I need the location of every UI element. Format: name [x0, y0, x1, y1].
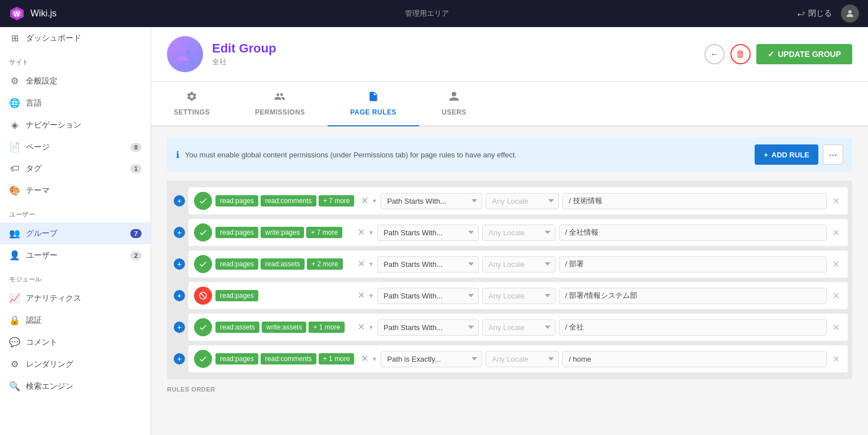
rule-more-tag[interactable]: + 2 more [307, 258, 343, 270]
remove-tags-button[interactable]: ✕ [360, 353, 369, 364]
locale-selector[interactable]: Any Locale [486, 193, 559, 209]
locale-selector[interactable]: Any Locale [482, 319, 556, 336]
rule-tag[interactable]: read:pages [215, 290, 258, 301]
tags-dropdown-button[interactable]: ▾ [372, 196, 377, 206]
rule-status-button[interactable] [194, 318, 212, 336]
path-type-selector[interactable]: Path Starts With...Path is Exactly...Pat… [381, 351, 482, 367]
locale-selector[interactable]: Any Locale [482, 225, 556, 241]
add-before-rule-button[interactable]: + [174, 258, 185, 270]
sidebar-item-auth[interactable]: 🔒 認証 [0, 309, 151, 331]
rule-tag[interactable]: read:pages [215, 227, 258, 238]
path-input[interactable] [559, 288, 827, 304]
path-type-select[interactable]: Path Starts With...Path is Exactly...Pat… [377, 288, 479, 304]
rule-more-tag[interactable]: + 1 more [319, 353, 355, 364]
add-before-rule-button[interactable]: + [174, 290, 185, 301]
sidebar-item-users[interactable]: 👤 ユーザー 2 [0, 244, 151, 266]
delete-rule-button[interactable]: ✕ [830, 351, 842, 367]
path-input[interactable] [562, 193, 827, 209]
rule-tag[interactable]: write:pages [261, 227, 304, 238]
rule-tag[interactable]: read:assets [261, 258, 305, 270]
remove-tags-button[interactable]: ✕ [356, 322, 366, 333]
rule-tag[interactable]: read:pages [215, 353, 258, 364]
tags-dropdown-button[interactable]: ▾ [368, 322, 374, 332]
remove-tags-button[interactable]: ✕ [356, 290, 366, 301]
locale-select[interactable]: Any Locale [486, 193, 559, 209]
path-type-select[interactable]: Path Starts With...Path is Exactly...Pat… [377, 225, 479, 241]
delete-rule-button[interactable]: ✕ [830, 257, 842, 272]
rule-status-button[interactable] [194, 255, 212, 273]
rule-status-button[interactable] [194, 287, 212, 305]
sidebar-item-themes[interactable]: 🎨 テーマ [0, 179, 151, 201]
rule-tag[interactable]: read:comments [261, 195, 316, 206]
path-input[interactable] [559, 225, 827, 241]
delete-rule-button[interactable]: ✕ [830, 288, 842, 304]
tab-page-rules[interactable]: PAGE RULES [328, 82, 419, 126]
add-before-rule-button[interactable]: + [174, 353, 185, 364]
close-button[interactable]: ⮐ 閉じる [797, 8, 832, 19]
sidebar-item-search[interactable]: 🔍 検索エンジン [0, 375, 151, 397]
rule-status-button[interactable] [194, 223, 212, 241]
sidebar-item-groups[interactable]: 👥 グループ 7 [0, 222, 151, 244]
locale-select[interactable]: Any Locale [482, 256, 556, 273]
rule-tag[interactable]: read:comments [261, 353, 316, 364]
tags-dropdown-button[interactable]: ▾ [368, 259, 374, 269]
path-input[interactable] [559, 319, 827, 336]
sidebar-item-navigation[interactable]: ◈ ナビゲーション [0, 114, 151, 136]
path-type-selector[interactable]: Path Starts With...Path is Exactly...Pat… [381, 193, 482, 209]
locale-selector[interactable]: Any Locale [482, 256, 556, 273]
path-type-selector[interactable]: Path Starts With...Path is Exactly...Pat… [377, 319, 479, 336]
tags-dropdown-button[interactable]: ▾ [368, 291, 374, 301]
sidebar-item-tags[interactable]: 🏷 タグ 1 [0, 158, 151, 179]
add-rule-button[interactable]: + ADD RULE [755, 144, 818, 165]
locale-select[interactable]: Any Locale [482, 288, 556, 304]
path-type-select[interactable]: Path Starts With...Path is Exactly...Pat… [381, 193, 482, 209]
delete-rule-button[interactable]: ✕ [830, 320, 842, 335]
add-before-rule-button[interactable]: + [174, 322, 185, 333]
path-type-selector[interactable]: Path Starts With...Path is Exactly...Pat… [377, 225, 479, 241]
path-input[interactable] [559, 256, 827, 273]
rule-more-tag[interactable]: + 7 more [306, 227, 342, 238]
path-type-select[interactable]: Path Starts With...Path is Exactly...Pat… [381, 351, 482, 367]
sidebar-item-rendering[interactable]: ⚙ レンダリング [0, 353, 151, 375]
locale-select[interactable]: Any Locale [482, 319, 556, 336]
path-type-selector[interactable]: Path Starts With...Path is Exactly...Pat… [377, 288, 479, 304]
sidebar-item-language[interactable]: 🌐 言語 [0, 92, 151, 114]
rule-tag[interactable]: read:assets [215, 322, 259, 333]
rule-status-button[interactable] [194, 192, 212, 210]
tags-dropdown-button[interactable]: ▾ [372, 354, 377, 364]
rule-tag[interactable]: read:pages [215, 195, 258, 206]
delete-rule-button[interactable]: ✕ [830, 225, 842, 240]
tab-settings[interactable]: SETTINGS [151, 82, 232, 126]
remove-tags-button[interactable]: ✕ [360, 195, 369, 206]
remove-tags-button[interactable]: ✕ [356, 258, 366, 270]
update-group-button[interactable]: ✓ UPDATE GROUP [756, 44, 852, 64]
back-button[interactable]: ← [704, 44, 725, 64]
tab-users[interactable]: USERS [419, 82, 489, 126]
sidebar-item-general[interactable]: ⚙ 全般設定 [0, 70, 151, 92]
locale-select[interactable]: Any Locale [486, 351, 559, 367]
sidebar-item-dashboard[interactable]: ⊞ ダッシュボード [0, 27, 151, 49]
path-type-select[interactable]: Path Starts With...Path is Exactly...Pat… [377, 256, 479, 273]
path-type-selector[interactable]: Path Starts With...Path is Exactly...Pat… [377, 256, 479, 273]
tags-dropdown-button[interactable]: ▾ [368, 227, 374, 238]
more-button[interactable]: ··· [823, 144, 843, 165]
locale-select[interactable]: Any Locale [482, 225, 556, 241]
add-before-rule-button[interactable]: + [174, 195, 185, 206]
sidebar-item-pages[interactable]: 📄 ページ 8 [0, 136, 151, 158]
rule-more-tag[interactable]: + 1 more [309, 322, 345, 333]
path-type-select[interactable]: Path Starts With...Path is Exactly...Pat… [377, 319, 479, 336]
rule-tag[interactable]: write:assets [262, 322, 306, 333]
add-before-rule-button[interactable]: + [174, 227, 185, 238]
rule-more-tag[interactable]: + 7 more [319, 195, 355, 206]
path-input[interactable] [562, 351, 827, 367]
tab-permissions[interactable]: PERMISSIONS [232, 82, 328, 126]
delete-rule-button[interactable]: ✕ [830, 194, 842, 209]
rule-tag[interactable]: read:pages [215, 258, 258, 270]
remove-tags-button[interactable]: ✕ [356, 227, 366, 238]
sidebar-item-analytics[interactable]: 📈 アナリティクス [0, 287, 151, 309]
avatar[interactable] [841, 5, 859, 23]
rule-status-button[interactable] [194, 350, 212, 368]
delete-button[interactable]: 🗑 [730, 44, 751, 64]
sidebar-item-comments[interactable]: 💬 コメント [0, 331, 151, 353]
locale-selector[interactable]: Any Locale [482, 288, 556, 304]
